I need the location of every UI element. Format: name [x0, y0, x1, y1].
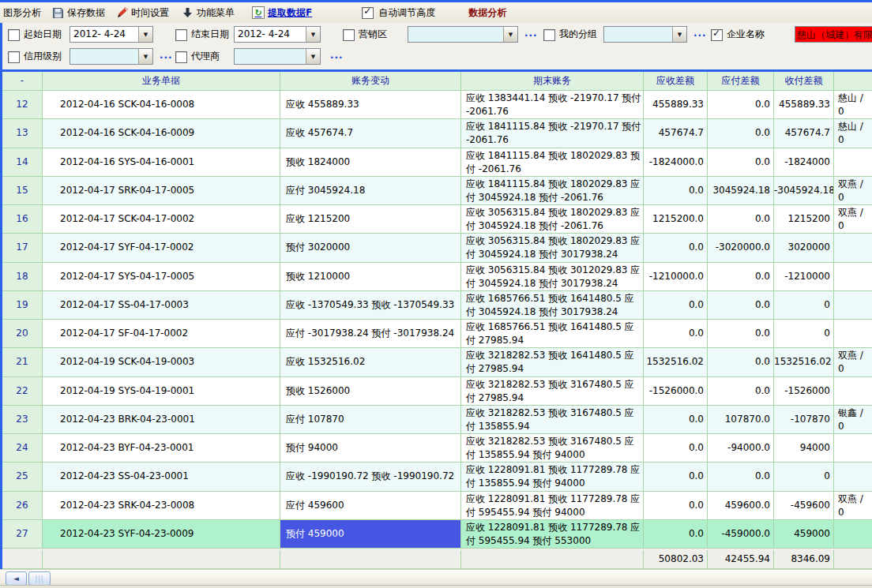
cell-company[interactable] — [834, 377, 872, 406]
cell-recv-diff[interactable]: -1824000.0 — [644, 148, 708, 177]
cell-ending[interactable]: 应收 3218282.53 预收 3167480.5 应付 135855.94 — [461, 406, 644, 434]
scrollbar-thumb[interactable]: ||| — [28, 571, 51, 586]
chevron-down-icon[interactable]: ▼ — [138, 49, 152, 64]
cell-recv-diff[interactable]: 1532516.02 — [644, 348, 708, 376]
cell-document[interactable]: 2012-04-17 SYS-04-17-0005 — [43, 263, 280, 291]
header-cell-recv-diff[interactable]: 应收差额 — [644, 72, 708, 91]
cell-change[interactable]: 预收 1210000 — [280, 263, 461, 291]
cell-pay-diff[interactable]: 0.0 — [708, 263, 774, 291]
cell-change[interactable]: 预收 1824000 — [280, 148, 461, 177]
table-row[interactable]: 142012-04-16 SYS-04-16-0001预收 1824000应收 … — [2, 148, 872, 177]
cell-company[interactable]: 双燕 / 0 双燕 / 0 — [834, 177, 872, 205]
cell-document[interactable]: 2012-04-23 SRK-04-23-0008 — [43, 492, 280, 520]
cell-net-diff[interactable]: 0 — [774, 463, 834, 491]
cell-document[interactable]: 2012-04-23 SYF-04-23-0009 — [43, 520, 280, 549]
cell-ending[interactable]: 应收 1841115.84 预收 -21970.17 预付 -2061.76 — [461, 119, 644, 148]
cell-recv-diff[interactable]: -1526000.0 — [644, 377, 708, 406]
row-number-cell[interactable]: 13 — [2, 119, 43, 148]
cell-change[interactable]: 应收 457674.7 — [280, 119, 461, 148]
cell-net-diff[interactable]: -1210000 — [774, 263, 834, 291]
cell-change[interactable]: 应付 3045924.18 — [280, 177, 461, 205]
cell-document[interactable]: 2012-04-17 SS-04-17-0003 — [43, 291, 280, 320]
agent-more-button[interactable]: ... — [330, 48, 344, 65]
cell-ending[interactable]: 应收 1841115.84 预收 1802029.83 应付 3045924.1… — [461, 177, 644, 205]
company-name-field[interactable]: 慈山（城建）有限公司 — [795, 26, 872, 43]
cell-document[interactable]: 2012-04-17 SRK-04-17-0005 — [43, 177, 280, 205]
cell-company[interactable]: 双燕 / 0 双燕 / 0 — [834, 492, 872, 520]
row-number-cell[interactable]: 12 — [2, 91, 43, 119]
cell-net-diff[interactable]: 0 — [774, 291, 834, 320]
cell-recv-diff[interactable]: 457674.7 — [644, 119, 708, 148]
end-date-checkbox[interactable] — [175, 29, 187, 41]
cell-company[interactable] — [834, 263, 872, 291]
cell-net-diff[interactable]: -3045924.18 — [774, 177, 834, 205]
my-group-select[interactable]: ▼ — [603, 26, 687, 43]
cell-pay-diff[interactable]: 107870.0 — [708, 406, 774, 434]
my-group-more-button[interactable]: ... — [693, 26, 707, 43]
cell-company[interactable]: 双燕 / 0 — [834, 348, 872, 376]
cell-change[interactable]: 应收 -1370549.33 预收 -1370549.33 — [280, 291, 461, 320]
cell-net-diff[interactable]: -107870 — [774, 406, 834, 434]
cell-company[interactable]: 慈山 / 0 — [834, 119, 872, 148]
cell-ending[interactable]: 应收 1228091.81 预收 1177289.78 应付 595455.94… — [461, 520, 644, 549]
sales-area-select[interactable]: ▼ — [408, 26, 518, 43]
cell-net-diff[interactable]: -1526000 — [774, 377, 834, 406]
cell-document[interactable]: 2012-04-17 SCK-04-17-0002 — [43, 205, 280, 234]
table-row[interactable]: 172012-04-17 SYF-04-17-0002预付 3020000应收 … — [2, 234, 872, 262]
table-row[interactable]: 202012-04-17 SF-04-17-0002应付 -3017938.24… — [2, 320, 872, 348]
cell-pay-diff[interactable]: -94000.0 — [708, 434, 774, 463]
cell-net-diff[interactable]: -459600 — [774, 492, 834, 520]
company-checkbox[interactable] — [711, 29, 723, 41]
start-date-checkbox[interactable] — [8, 29, 20, 41]
sales-area-more-button[interactable]: ... — [524, 26, 538, 43]
row-number-cell[interactable]: 20 — [2, 320, 43, 348]
table-row[interactable]: 232012-04-23 BRK-04-23-0001应付 107870应收 3… — [2, 406, 872, 434]
cell-pay-diff[interactable]: 0.0 — [708, 148, 774, 177]
table-row[interactable]: 162012-04-17 SCK-04-17-0002应收 1215200应收 … — [2, 205, 872, 234]
cell-change[interactable]: 预付 459000 — [280, 520, 461, 549]
row-number-cell[interactable]: 15 — [2, 177, 43, 205]
cell-ending[interactable]: 应收 3218282.53 预收 1641480.5 应付 27985.94 — [461, 348, 644, 376]
row-number-cell[interactable]: 16 — [2, 205, 43, 234]
cell-change[interactable]: 应收 1532516.02 — [280, 348, 461, 376]
cell-change[interactable]: 应收 1215200 — [280, 205, 461, 234]
row-number-cell[interactable]: 21 — [2, 348, 43, 376]
table-row[interactable]: 152012-04-17 SRK-04-17-0005应付 3045924.18… — [2, 177, 872, 205]
cell-change[interactable]: 应收 455889.33 — [280, 91, 461, 119]
header-cell-change[interactable]: 账务变动 — [280, 72, 461, 91]
cell-change[interactable]: 应付 107870 — [280, 406, 461, 434]
cell-recv-diff[interactable]: 0.0 — [644, 291, 708, 320]
cell-pay-diff[interactable]: -3020000.0 — [708, 234, 774, 262]
cell-company[interactable] — [834, 234, 872, 262]
cell-recv-diff[interactable]: 0.0 — [644, 463, 708, 491]
agent-checkbox[interactable] — [175, 51, 187, 63]
chevron-down-icon[interactable]: ▼ — [503, 27, 517, 42]
my-group-checkbox[interactable] — [543, 29, 555, 41]
row-number-cell[interactable]: 23 — [2, 406, 43, 434]
cell-net-diff[interactable]: 1532516.02 — [774, 348, 834, 376]
cell-company[interactable] — [834, 463, 872, 491]
row-number-cell[interactable]: 19 — [2, 291, 43, 320]
scroll-left-button[interactable]: ◄ — [6, 571, 27, 586]
cell-document[interactable]: 2012-04-23 BYF-04-23-0001 — [43, 434, 280, 463]
cell-ending[interactable]: 应收 1685766.51 预收 1641480.5 应付 27985.94 — [461, 320, 644, 348]
cell-net-diff[interactable]: 94000 — [774, 434, 834, 463]
horizontal-scrollbar[interactable]: ◄ ||| — [0, 569, 872, 586]
table-row[interactable]: 252012-04-23 SS-04-23-0001应收 -1990190.72… — [2, 463, 872, 491]
cell-company[interactable] — [834, 434, 872, 463]
cell-recv-diff[interactable]: 1215200.0 — [644, 205, 708, 234]
cell-document[interactable]: 2012-04-19 SCK-04-19-0003 — [43, 348, 280, 376]
cell-pay-diff[interactable]: 0.0 — [708, 291, 774, 320]
cell-company[interactable]: 银鑫 / 0 — [834, 406, 872, 434]
header-cell-index[interactable]: - — [2, 72, 43, 91]
cell-net-diff[interactable]: 3020000 — [774, 234, 834, 262]
cell-document[interactable]: 2012-04-23 SS-04-23-0001 — [43, 463, 280, 491]
table-row[interactable]: 272012-04-23 SYF-04-23-0009预付 459000应收 1… — [2, 520, 872, 549]
cell-net-diff[interactable]: 455889.33 — [774, 91, 834, 119]
table-row[interactable]: 182012-04-17 SYS-04-17-0005预收 1210000应收 … — [2, 263, 872, 291]
cell-net-diff[interactable]: 459000 — [774, 520, 834, 549]
toolbar-item-function-menu[interactable]: 功能菜单 — [179, 4, 237, 21]
cell-pay-diff[interactable]: 0.0 — [708, 320, 774, 348]
cell-ending[interactable]: 应收 3056315.84 预收 1802029.83 应付 3045924.1… — [461, 234, 644, 262]
cell-recv-diff[interactable]: 0.0 — [644, 320, 708, 348]
